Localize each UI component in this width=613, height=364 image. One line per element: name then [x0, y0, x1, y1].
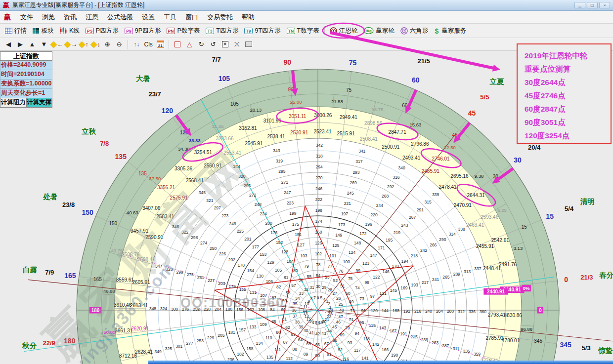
svg-text:157: 157 — [239, 327, 246, 332]
diamond-left[interactable]: ◆← — [50, 40, 63, 49]
rotate-cw-tool[interactable]: ↻ — [196, 40, 207, 49]
svg-text:37: 37 — [293, 314, 298, 319]
svg-text:2575.91: 2575.91 — [170, 195, 188, 201]
svg-text:43: 43 — [321, 331, 326, 336]
cls-tool[interactable]: Cls — [143, 40, 154, 49]
svg-text:267: 267 — [409, 215, 416, 220]
boxx-tool[interactable]: × — [219, 40, 230, 49]
svg-text:41: 41 — [309, 330, 314, 335]
svg-text:2949.41: 2949.41 — [340, 115, 358, 120]
toolbar-button-T数字表[interactable]: TNT数字表 — [284, 25, 322, 37]
svg-text:216: 216 — [414, 309, 421, 314]
minimize-button[interactable]: ▁ — [574, 2, 585, 8]
toolbar-button-P四方形[interactable]: PSP四方形 — [83, 25, 122, 37]
svg-text:181: 181 — [228, 330, 235, 335]
svg-text:182: 182 — [237, 352, 244, 357]
svg-text:34.38: 34.38 — [178, 146, 190, 152]
svg-text:2485.91: 2485.91 — [422, 168, 440, 174]
svg-text:247: 247 — [284, 190, 291, 195]
svg-text:2583.41: 2583.41 — [156, 214, 175, 219]
menu-item-9[interactable]: 帮助 — [237, 11, 259, 23]
button-计算阻力[interactable]: 计算阻力 — [0, 98, 27, 108]
toolbar-button-9P四方形[interactable]: P99P四方形 — [122, 25, 164, 37]
svg-text:96.88: 96.88 — [521, 326, 532, 332]
svg-text:2620.91: 2620.91 — [131, 326, 149, 331]
svg-text:25: 25 — [339, 302, 344, 307]
toolbar-button-江恩轮[interactable]: 江恩轮 — [327, 25, 361, 37]
updown-tool[interactable]: ↑↓ — [131, 40, 142, 49]
annotation-line-0: 2019年江恩轮中轮 — [525, 49, 611, 62]
toolbar-button-赢家服务[interactable]: $赢家服务 — [431, 25, 469, 37]
svg-text:白露: 白露 — [23, 266, 38, 274]
triangle-tool[interactable]: △ — [184, 40, 195, 49]
next-arrow[interactable]: ▶ — [15, 40, 26, 49]
svg-text:106: 106 — [266, 279, 273, 284]
menu-item-2[interactable]: 资讯 — [59, 11, 81, 23]
toolbar-button-T四方形[interactable]: T3T四方形 — [203, 25, 241, 37]
screen-tool[interactable] — [243, 40, 254, 49]
button-计算支撑[interactable]: 计算支撑 — [27, 98, 53, 108]
zoom-out[interactable]: ⊖ — [114, 40, 125, 49]
svg-text:344: 344 — [233, 164, 240, 169]
zoom-in[interactable]: ⊕ — [102, 40, 113, 49]
maximize-button[interactable]: ▢ — [587, 2, 598, 8]
svg-text:3254.51: 3254.51 — [194, 150, 213, 155]
svg-text:243: 243 — [401, 223, 408, 228]
menu-item-7[interactable]: 窗口 — [181, 11, 203, 23]
svg-text:217: 217 — [422, 280, 429, 285]
svg-text:2448.41: 2448.41 — [483, 266, 501, 271]
diamond-right[interactable]: ◆→ — [64, 40, 77, 49]
menu-item-6[interactable]: 工具 — [159, 11, 181, 23]
close-button[interactable]: × — [599, 2, 610, 8]
diamond-down[interactable]: ◆↓ — [90, 40, 101, 49]
svg-text:3.13: 3.13 — [514, 245, 523, 251]
svg-text:2796.86: 2796.86 — [411, 141, 429, 147]
svg-text:347: 347 — [155, 264, 162, 269]
down-arrow[interactable]: ▼ — [39, 40, 49, 49]
svg-text:73: 73 — [359, 296, 364, 301]
toolbar-button-板块[interactable]: 板块 — [30, 25, 57, 37]
svg-text:270: 270 — [315, 175, 322, 180]
menu-item-8[interactable]: 交易委托 — [203, 11, 237, 23]
toolbar-button-K线[interactable]: K线 — [57, 25, 83, 37]
svg-text:2644.31: 2644.31 — [467, 193, 485, 198]
svg-text:56: 56 — [299, 278, 304, 283]
rotate-ccw-tool[interactable]: ↺ — [208, 40, 219, 49]
svg-text:40.63: 40.63 — [127, 210, 138, 215]
menu-item-3[interactable]: 江恩 — [81, 11, 103, 23]
menu-item-1[interactable]: 浏览 — [38, 11, 59, 23]
svg-text:3000.26: 3000.26 — [314, 113, 332, 118]
svg-text:205: 205 — [218, 333, 224, 338]
menu-item-4[interactable]: 公式选股 — [103, 11, 137, 23]
bottom-scrollbar[interactable] — [148, 361, 613, 364]
toolbar-button-赢家轮[interactable]: Big赢家轮 — [360, 25, 397, 37]
toolbar-button-label: 9P四方形 — [135, 27, 161, 35]
diamond-up[interactable]: ◆↑ — [78, 40, 89, 49]
toolbar-button-行情[interactable]: 行情 — [2, 25, 30, 37]
svg-text:77: 77 — [328, 264, 333, 269]
svg-text:318: 318 — [316, 154, 323, 159]
up-arrow[interactable]: ▲ — [27, 40, 38, 49]
index-info-panel: 上证指数 价格=2440.9099时间=20190104变换系数=1.00000… — [0, 51, 52, 108]
svg-text:122: 122 — [373, 275, 380, 280]
svg-text:2493.41: 2493.41 — [402, 155, 421, 161]
svg-text:90: 90 — [284, 58, 292, 66]
menu-item-0[interactable]: 文件 — [16, 11, 38, 23]
toolbar-button-P数字表[interactable]: PNP数字表 — [164, 25, 203, 37]
svg-text:345: 345 — [560, 341, 571, 349]
prev-arrow[interactable]: ◀ — [3, 40, 14, 49]
svg-text:264: 264 — [436, 309, 443, 314]
svg-text:2560.91: 2560.91 — [204, 163, 222, 168]
svg-text:273: 273 — [221, 213, 228, 218]
svg-text:158: 158 — [246, 346, 253, 351]
svg-text:2463.41: 2463.41 — [466, 222, 484, 228]
cross-tool[interactable]: ⤬ — [231, 40, 242, 49]
svg-text:2593.46: 2593.46 — [481, 214, 499, 220]
calendar-tool[interactable]: 21 — [155, 40, 166, 49]
square-tool[interactable] — [172, 40, 183, 49]
toolbar-button-9T四方形[interactable]: T99T四方形 — [241, 25, 283, 37]
toolbar-button-六角形[interactable]: 六角形 — [397, 25, 432, 37]
svg-text:大暑: 大暑 — [136, 75, 150, 82]
menu-item-5[interactable]: 设置 — [137, 11, 159, 23]
svg-text:252: 252 — [193, 307, 200, 312]
